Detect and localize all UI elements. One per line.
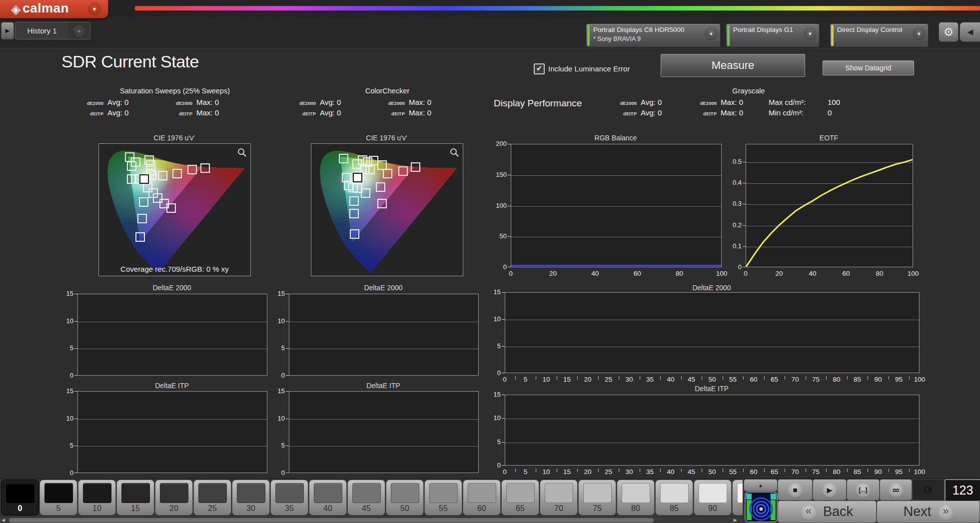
meter-display-name: * Sony BRAVIA 9 bbox=[593, 35, 641, 42]
x-axis-tick-label: 60 bbox=[745, 376, 762, 383]
x-axis-minor-tick bbox=[889, 469, 889, 472]
y-axis-tick-mark bbox=[508, 144, 511, 144]
include-luminance-label: Include Luminance Error bbox=[548, 64, 630, 73]
pattern-panel-expand-button[interactable]: ▲ bbox=[744, 479, 778, 492]
patch-button-40[interactable]: 40 bbox=[309, 480, 347, 516]
patch-button-35[interactable]: 35 bbox=[270, 480, 308, 516]
y-axis-tick-mark bbox=[74, 419, 77, 419]
y-axis-tick-label: 15 bbox=[53, 387, 73, 395]
calman-window: ◈ calman ▼ ▶ History 1 + Portrait Displa… bbox=[0, 0, 980, 523]
de2000-plot-left bbox=[77, 294, 267, 376]
zoom-icon[interactable] bbox=[449, 147, 459, 157]
y-axis-tick-label: 5 bbox=[265, 344, 285, 352]
y-axis-tick-label: 0.3 bbox=[722, 200, 742, 207]
chevron-down-icon[interactable]: ▼ bbox=[913, 27, 926, 40]
next-button[interactable]: Next » bbox=[877, 501, 980, 523]
patch-button-85[interactable]: 85 bbox=[655, 480, 693, 516]
measure-button[interactable]: Measure bbox=[661, 54, 805, 77]
x-axis-minor-tick bbox=[806, 376, 806, 380]
collapse-panel-button[interactable]: ◀ bbox=[960, 22, 980, 42]
x-axis-tick-label: 100 bbox=[905, 270, 922, 277]
patch-button-80[interactable]: 80 bbox=[617, 480, 655, 516]
patch-button-50[interactable]: 50 bbox=[386, 480, 424, 516]
display-control-dropdown[interactable]: Direct Display Control ▼ bbox=[830, 23, 929, 47]
stat-value: Max: 0 bbox=[196, 98, 251, 106]
patch-button-65[interactable]: 65 bbox=[501, 480, 539, 516]
y-axis-tick-mark bbox=[286, 473, 289, 473]
stat-metric-label: dEITP bbox=[375, 111, 409, 116]
x-axis-tick-label: 100 bbox=[713, 270, 730, 277]
patch-swatch bbox=[468, 483, 496, 503]
tab-history-1[interactable]: History 1 bbox=[15, 22, 69, 39]
back-button[interactable]: « Back bbox=[778, 501, 877, 523]
stats-grayscale: Grayscale dE2000Avg: 0dE2000Max: 0Max cd… bbox=[609, 87, 889, 119]
patch-button-20[interactable]: 20 bbox=[155, 480, 193, 516]
patch-button-partial[interactable] bbox=[732, 480, 743, 516]
play-button[interactable]: ▶ bbox=[813, 479, 847, 501]
settings-button[interactable]: ⚙ bbox=[939, 22, 959, 42]
patch-swatch bbox=[352, 483, 381, 503]
y-axis-tick-label: 10 bbox=[53, 317, 73, 325]
patch-button-0[interactable]: 0 bbox=[1, 480, 39, 516]
scroll-left-icon[interactable]: ◀ bbox=[1, 518, 5, 523]
patch-button-90[interactable]: 90 bbox=[694, 480, 732, 516]
page-title: SDR Current State bbox=[61, 52, 199, 71]
include-luminance-checkbox[interactable]: ✔ bbox=[534, 63, 545, 74]
x-axis-minor-tick bbox=[847, 376, 848, 380]
step-range-button[interactable]: [‥] bbox=[847, 479, 880, 501]
rainbow-strip bbox=[135, 6, 980, 10]
eotf-plot bbox=[746, 144, 913, 267]
stat-value: Avg: 0 bbox=[107, 98, 162, 106]
pattern-preview-thumbnail[interactable] bbox=[745, 492, 778, 523]
stats-row: dE2000Avg: 0dE2000Max: 0 bbox=[287, 98, 487, 108]
run-button[interactable]: ▶ bbox=[1, 22, 14, 39]
measurement-target-marker bbox=[376, 182, 385, 192]
patch-button-25[interactable]: 25 bbox=[193, 480, 231, 516]
app-logo[interactable]: ◈ calman ▼ bbox=[0, 0, 108, 18]
patch-button-15[interactable]: 15 bbox=[116, 480, 154, 516]
patch-button-30[interactable]: 30 bbox=[232, 480, 270, 516]
meter-dropdown[interactable]: Portrait Displays C6 HDR5000 * Sony BRAV… bbox=[586, 23, 721, 47]
x-axis-tick-label: 20 bbox=[771, 270, 788, 277]
stat-metric-label: dEITP bbox=[287, 111, 320, 116]
patch-button-45[interactable]: 45 bbox=[347, 480, 385, 516]
x-axis-tick-label: 35 bbox=[642, 468, 659, 476]
zoom-icon[interactable] bbox=[237, 147, 247, 157]
x-axis-minor-tick bbox=[785, 376, 785, 380]
y-axis-tick-mark bbox=[502, 442, 505, 443]
patch-button-55[interactable]: 55 bbox=[424, 480, 462, 516]
patch-swatch bbox=[160, 483, 188, 503]
y-axis-tick-mark bbox=[74, 391, 77, 392]
x-axis-tick-label: 35 bbox=[642, 376, 659, 383]
logo-menu-button[interactable]: ▼ bbox=[88, 2, 101, 15]
deitp-plot-big bbox=[505, 395, 920, 466]
gridline bbox=[505, 419, 919, 419]
repeat-button[interactable]: ⟳ bbox=[912, 479, 945, 501]
scrollbar-thumb[interactable] bbox=[9, 518, 654, 523]
patch-button-10[interactable]: 10 bbox=[78, 480, 116, 516]
y-axis-tick-label: 15 bbox=[265, 290, 285, 297]
back-label: Back bbox=[823, 504, 853, 520]
patch-button-60[interactable]: 60 bbox=[463, 480, 501, 516]
stat-value: Avg: 0 bbox=[641, 108, 689, 117]
x-axis-tick-label: 75 bbox=[808, 468, 825, 476]
stat-metric-label: Max cd/m²: bbox=[769, 98, 828, 106]
add-tab-button[interactable]: + bbox=[68, 22, 90, 39]
x-axis-tick-label: 0 bbox=[496, 376, 513, 383]
chevron-down-icon[interactable]: ▼ bbox=[804, 27, 817, 40]
patch-button-5[interactable]: 5 bbox=[39, 480, 77, 516]
x-axis-minor-tick bbox=[536, 376, 536, 380]
patch-button-70[interactable]: 70 bbox=[540, 480, 578, 516]
scroll-right-icon[interactable]: ▶ bbox=[734, 518, 737, 523]
measure-label: Measure bbox=[712, 59, 755, 72]
loop-continuous-button[interactable]: ∞ bbox=[880, 479, 912, 501]
pattern-generator-dropdown[interactable]: Portrait Displays G1 ▼ bbox=[726, 23, 820, 47]
patch-scrollbar[interactable]: ◀ ▶ bbox=[0, 518, 743, 523]
stop-button[interactable]: ■ bbox=[778, 479, 813, 501]
patch-button-75[interactable]: 75 bbox=[578, 480, 616, 516]
chevron-down-icon[interactable]: ▼ bbox=[705, 27, 718, 40]
stats-row: dE2000Avg: 0dE2000Max: 0 bbox=[75, 98, 275, 108]
x-axis-minor-tick bbox=[806, 469, 806, 472]
y-axis-tick-mark bbox=[74, 446, 77, 446]
show-datagrid-button[interactable]: Show Datagrid bbox=[823, 60, 914, 75]
